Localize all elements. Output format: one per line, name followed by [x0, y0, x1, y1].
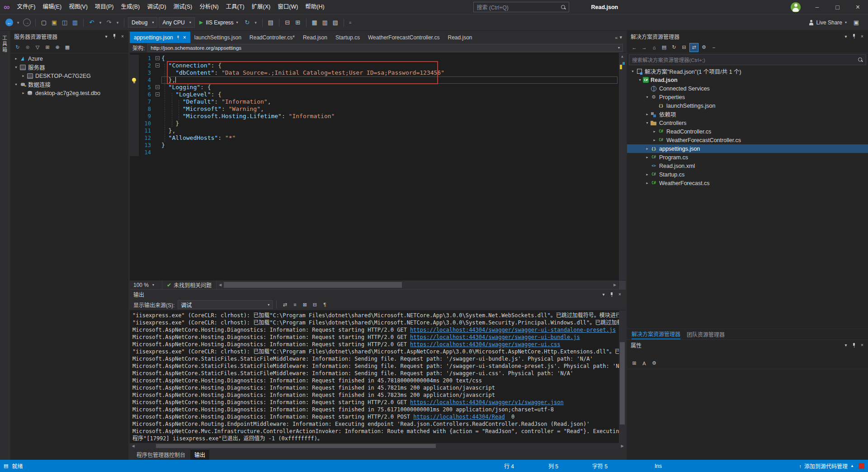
wrap-icon[interactable]: ¶	[320, 300, 329, 309]
tree-item-weatherforecast-cs[interactable]: ▸WeatherForecast.cs	[627, 179, 868, 187]
collapse-icon[interactable]: ⊟	[679, 43, 689, 52]
code-text[interactable]: "Logging": {	[161, 84, 211, 91]
glyph-margin[interactable]	[130, 120, 139, 127]
expander-icon[interactable]: ▾	[13, 65, 19, 69]
expander-icon[interactable]: ▸	[651, 129, 657, 133]
start-debugging-button[interactable]: ▶ IIS Express	[196, 17, 241, 28]
editor-split-grip[interactable]	[618, 281, 626, 289]
menu-v[interactable]: 视图(V)	[65, 0, 91, 14]
code-text[interactable]: "Connection": {	[161, 62, 222, 69]
code-line-5[interactable]: 5"Logging": {	[130, 84, 618, 91]
code-line-14[interactable]: 14	[130, 149, 618, 156]
glyph-margin[interactable]	[130, 69, 139, 76]
schema-dropdown[interactable]: http://json.schemastore.org/appsettings	[147, 44, 623, 52]
code-line-10[interactable]: 10}	[130, 120, 618, 127]
solution-search-box[interactable]: 搜索解决方案资源管理器(Ctrl+;)	[629, 54, 866, 65]
close-tab-icon[interactable]: ×	[183, 34, 186, 41]
code-line-12[interactable]: 12"AllowedHosts": "*"	[130, 134, 618, 142]
menu-n[interactable]: 分析(N)	[196, 0, 222, 14]
window-position-dropdown[interactable]	[599, 291, 608, 299]
tab-read-json[interactable]: Read.json	[443, 32, 476, 43]
code-line-11[interactable]: 11},	[130, 127, 618, 134]
tree-item-item[interactable]: ▾数据连接	[10, 80, 128, 89]
add-to-source-control-button[interactable]: ↑ 添加到源代码管理 ▲	[799, 462, 854, 470]
expander-icon[interactable]: ▸	[644, 112, 650, 116]
close-button[interactable]	[848, 0, 868, 14]
tab-startup-cs[interactable]: Startup.cs	[331, 32, 364, 43]
stop-icon[interactable]: ⊗	[23, 43, 32, 52]
code-line-9[interactable]: 9"Microsoft.Hosting.Lifetime": "Informat…	[130, 113, 618, 120]
expander-icon[interactable]: ▸	[13, 57, 19, 61]
code-line-3[interactable]: 3"dbContent": "Data Source=.;Initial Cat…	[130, 69, 618, 76]
tree-item-program-cs[interactable]: ▸Program.cs	[627, 153, 868, 162]
outline-margin[interactable]	[154, 142, 161, 149]
scrollbar-track[interactable]	[137, 443, 619, 449]
tree-item-item[interactable]: ▾服务器	[10, 63, 128, 72]
menu-f[interactable]: 文件(F)	[14, 0, 39, 14]
code-text[interactable]: "LogLevel": {	[161, 91, 222, 98]
preview-window-button[interactable]: ▤	[266, 17, 275, 28]
refresh-icon[interactable]: ↻	[670, 43, 679, 52]
outline-margin[interactable]	[154, 69, 161, 76]
tree-item-weatherforecastcontroller-cs[interactable]: ▸WeatherForecastController.cs	[627, 136, 868, 144]
uncomment-button[interactable]: ▥	[321, 17, 330, 28]
refresh-icon[interactable]: ↻	[13, 43, 22, 52]
editor-horizontal-scrollbar[interactable]: ◀ ▶	[217, 281, 618, 289]
tab-launchsettings-json[interactable]: launchSettings.json	[190, 32, 245, 43]
maximize-button[interactable]	[827, 0, 848, 14]
expander-icon[interactable]: ▾	[644, 121, 650, 125]
expander-icon[interactable]: ▸	[644, 147, 650, 151]
pin-icon[interactable]	[176, 35, 180, 39]
output-link[interactable]: https://localhost:44304/swagger/swagger-…	[410, 327, 616, 333]
glyph-margin[interactable]	[130, 76, 139, 84]
menu-s[interactable]: 测试(S)	[170, 0, 196, 14]
glyph-margin[interactable]	[130, 84, 139, 91]
back-icon[interactable]: ←	[630, 43, 639, 52]
scroll-left-icon[interactable]: ◀	[217, 283, 224, 287]
glyph-margin[interactable]	[130, 55, 139, 62]
pin-button[interactable]	[110, 32, 118, 40]
undo-dropdown[interactable]	[98, 17, 103, 28]
hot-reload-dropdown[interactable]	[253, 17, 259, 28]
hot-reload-button[interactable]: ↻	[243, 17, 252, 28]
menu-p[interactable]: 项目(P)	[91, 0, 118, 14]
indent-increase-button[interactable]: ⊞	[293, 17, 302, 28]
glyph-margin[interactable]	[130, 91, 139, 98]
output-link[interactable]: https://localhost:44304/Read	[413, 414, 505, 420]
outline-margin[interactable]	[154, 98, 161, 105]
scroll-up-icon[interactable]: ▲	[619, 53, 626, 60]
toolbox-collapsed-tab[interactable]: 工具箱	[1, 35, 8, 53]
expander-icon[interactable]: ▾	[13, 82, 19, 86]
glyph-margin[interactable]	[130, 105, 139, 113]
scroll-right-icon[interactable]: ▶	[619, 444, 626, 448]
navigate-back-dropdown[interactable]	[15, 17, 21, 28]
window-position-dropdown[interactable]	[102, 32, 110, 40]
tab-read-json[interactable]: Read.json	[299, 32, 331, 43]
tree-item-azure[interactable]: ▸Azure	[10, 54, 128, 63]
tab-solution-explorer[interactable]: 解决方案资源管理器	[632, 329, 680, 339]
menu-h[interactable]: 帮助(H)	[302, 0, 328, 14]
output-vertical-scrollbar[interactable]	[619, 310, 626, 443]
collapse-icon[interactable]: ⊟	[310, 300, 319, 309]
tab-scroll-icon[interactable]: «	[615, 35, 618, 40]
indent-decrease-button[interactable]: ⊟	[283, 17, 292, 28]
code-line-7[interactable]: 7"Default": "Information",	[130, 98, 618, 105]
collapse-box-icon[interactable]	[156, 63, 160, 67]
solution-config-dropdown[interactable]: Debug	[128, 17, 157, 28]
forward-icon[interactable]: →	[640, 43, 649, 52]
tree-item-readcontroller-cs[interactable]: ▸ReadController.cs	[627, 127, 868, 136]
home-icon[interactable]: ⌂	[650, 43, 659, 52]
tree-item-read-json[interactable]: ▾Read.json	[627, 76, 868, 84]
output-link[interactable]: https://localhost:44304/swagger/swagger-…	[410, 341, 560, 348]
output-link[interactable]: https://localhost:44304/swagger/swagger-…	[410, 334, 580, 340]
close-panel-button[interactable]: ×	[616, 291, 624, 299]
navigate-back-button[interactable]: ←	[5, 17, 14, 28]
outline-margin[interactable]	[154, 120, 161, 127]
save-all-button[interactable]: ▥	[71, 17, 80, 28]
solution-platform-dropdown[interactable]: Any CPU	[159, 17, 194, 28]
outline-margin[interactable]	[154, 76, 161, 84]
files-icon[interactable]: ▤	[660, 43, 669, 52]
close-panel-button[interactable]: ×	[858, 341, 866, 349]
add-db-icon[interactable]: ⊕	[53, 43, 62, 52]
scrollbar-thumb[interactable]	[224, 282, 402, 288]
